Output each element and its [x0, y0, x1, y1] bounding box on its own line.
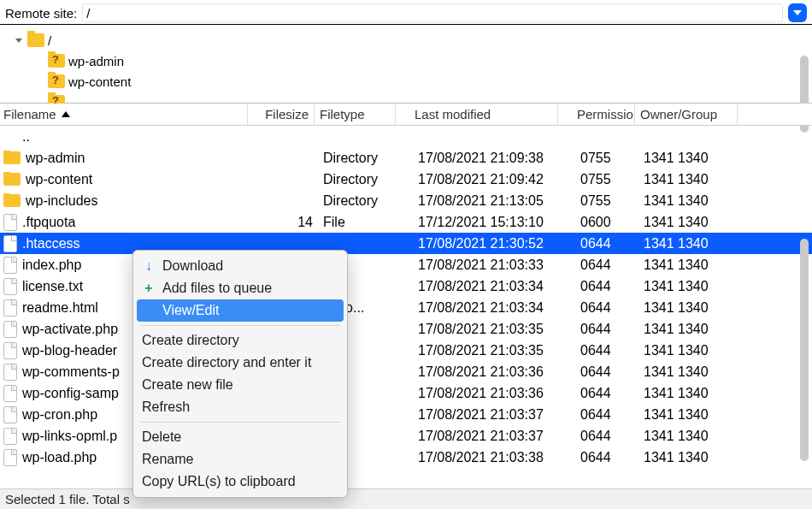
file-icon: [3, 278, 17, 295]
file-name: index.php: [22, 257, 81, 273]
tree-root-row[interactable]: /: [3, 30, 812, 50]
file-own: 1341 1340: [638, 450, 741, 465]
file-own: 1341 1340: [638, 151, 741, 166]
file-perm: 0644: [562, 386, 638, 401]
file-icon: [3, 364, 17, 381]
context-add-to-queue[interactable]: + Add files to queue: [133, 277, 347, 299]
file-row[interactable]: wp-includesDirectory17/08/2021 21:13:050…: [0, 190, 812, 211]
file-row[interactable]: wp-config-samp-file17/08/2021 21:03:3606…: [0, 382, 812, 404]
file-own: 1341 1340: [638, 279, 741, 294]
file-mod: 17/08/2021 21:03:34: [399, 279, 562, 294]
file-row[interactable]: ..: [0, 126, 812, 147]
file-type: Directory: [318, 172, 399, 187]
scrollbar-thumb[interactable]: [800, 239, 809, 461]
file-type: File: [318, 215, 399, 230]
file-perm: 0755: [562, 151, 638, 166]
file-perm: 0644: [562, 429, 638, 444]
folder-icon: [3, 194, 21, 207]
remote-tree-pane: / wp-admin wp-content: [0, 25, 812, 104]
file-mod: 17/12/2021 15:13:10: [399, 215, 562, 230]
file-mod: 17/08/2021 21:03:35: [399, 322, 562, 337]
tree-item[interactable]: wp-admin: [38, 50, 812, 71]
file-mod: 17/08/2021 21:03:35: [399, 343, 562, 358]
file-row[interactable]: .ftpquota14File17/12/2021 15:13:10060013…: [0, 211, 812, 233]
tree-expand-toggle[interactable]: [14, 35, 24, 45]
file-row[interactable]: wp-adminDirectory17/08/2021 21:09:380755…: [0, 147, 812, 169]
file-icon: [3, 428, 17, 445]
file-own: 1341 1340: [638, 364, 741, 380]
file-row[interactable]: .htaccess17/08/2021 21:30:5206441341 134…: [0, 233, 812, 254]
status-text: Selected 1 file. Total s: [5, 492, 130, 506]
file-own: 1341 1340: [638, 322, 741, 337]
file-row[interactable]: wp-comments-p-file17/08/2021 21:03:36064…: [0, 361, 812, 382]
tree-item[interactable]: wp-content: [38, 71, 812, 92]
folder-unknown-icon: [48, 74, 65, 88]
file-row[interactable]: wp-cron.php-file17/08/2021 21:03:3706441…: [0, 404, 812, 425]
file-icon: [3, 385, 17, 402]
file-icon: [3, 299, 17, 317]
file-row[interactable]: wp-load.php-file17/08/2021 21:03:3806441…: [0, 447, 812, 468]
file-perm: 0600: [562, 215, 638, 230]
file-mod: 17/08/2021 21:03:36: [399, 386, 562, 401]
file-name: readme.html: [22, 300, 98, 316]
file-mod: 17/08/2021 21:30:52: [399, 236, 562, 252]
context-view-edit[interactable]: View/Edit: [137, 299, 344, 322]
file-name: wp-blog-header: [22, 343, 117, 358]
remote-site-bar: Remote site:: [0, 0, 812, 25]
file-name: wp-activate.php: [22, 322, 118, 337]
file-own: 1341 1340: [638, 300, 741, 316]
file-own: 1341 1340: [638, 386, 741, 401]
remote-path-dropdown[interactable]: [788, 3, 807, 22]
file-icon: [3, 449, 17, 466]
file-mod: 17/08/2021 21:03:36: [399, 364, 562, 380]
file-row[interactable]: wp-blog-header-file17/08/2021 21:03:3506…: [0, 340, 812, 361]
context-create-directory[interactable]: Create directory: [133, 329, 347, 352]
file-mod: 17/08/2021 21:13:05: [399, 193, 562, 209]
file-perm: 0644: [562, 322, 638, 337]
file-icon: [3, 214, 17, 231]
folder-icon: [27, 33, 44, 47]
context-create-new-file[interactable]: Create new file: [133, 374, 347, 396]
file-row[interactable]: wp-activate.php-file17/08/2021 21:03:350…: [0, 318, 812, 340]
file-icon: [3, 321, 17, 338]
tree-item-label: wp-content: [68, 74, 131, 89]
folder-icon: [3, 151, 21, 164]
file-own: 1341 1340: [638, 215, 741, 230]
file-name: .ftpquota: [22, 215, 75, 230]
header-permissions[interactable]: Permissio: [558, 104, 635, 125]
file-list[interactable]: ..wp-adminDirectory17/08/2021 21:09:3807…: [0, 126, 812, 470]
file-icon: [3, 235, 17, 252]
context-delete[interactable]: Delete: [133, 426, 347, 448]
header-filename[interactable]: Filename: [0, 104, 248, 125]
file-mod: 17/08/2021 21:09:38: [399, 151, 562, 166]
header-filetype[interactable]: Filetype: [315, 104, 396, 125]
file-row[interactable]: wp-links-opml.p-file17/08/2021 21:03:370…: [0, 425, 812, 447]
download-icon: ↓: [142, 258, 156, 274]
header-filesize[interactable]: Filesize: [248, 104, 315, 125]
context-rename[interactable]: Rename: [133, 448, 347, 471]
header-owner-group[interactable]: Owner/Group: [635, 104, 738, 125]
file-icon: [3, 342, 17, 359]
file-row[interactable]: license.txtile17/08/2021 21:03:340644134…: [0, 275, 812, 297]
context-download[interactable]: ↓ Download: [133, 255, 347, 277]
file-mod: 17/08/2021 21:03:33: [399, 257, 562, 273]
file-name: license.txt: [22, 279, 83, 294]
context-create-directory-enter[interactable]: Create directory and enter it: [133, 352, 347, 374]
file-own: 1341 1340: [638, 407, 741, 423]
file-name: ..: [22, 129, 30, 145]
folder-icon: [3, 173, 21, 186]
file-own: 1341 1340: [638, 429, 741, 444]
file-name: wp-content: [26, 172, 92, 187]
context-refresh[interactable]: Refresh: [133, 396, 347, 418]
file-row[interactable]: wp-contentDirectory17/08/2021 21:09:4207…: [0, 169, 812, 190]
file-row[interactable]: index.php-file17/08/2021 21:03:330644134…: [0, 254, 812, 275]
file-mod: 17/08/2021 21:09:42: [399, 172, 562, 187]
file-row[interactable]: readme.htmlIL do...17/08/2021 21:03:3406…: [0, 297, 812, 318]
remote-path-input[interactable]: [82, 3, 783, 22]
file-type: Directory: [318, 193, 399, 209]
file-perm: 0644: [562, 450, 638, 465]
file-name: wp-admin: [26, 151, 85, 166]
header-last-modified[interactable]: Last modified: [396, 104, 558, 125]
folder-unknown-icon: [48, 54, 65, 68]
context-copy-urls[interactable]: Copy URL(s) to clipboard: [133, 471, 347, 493]
